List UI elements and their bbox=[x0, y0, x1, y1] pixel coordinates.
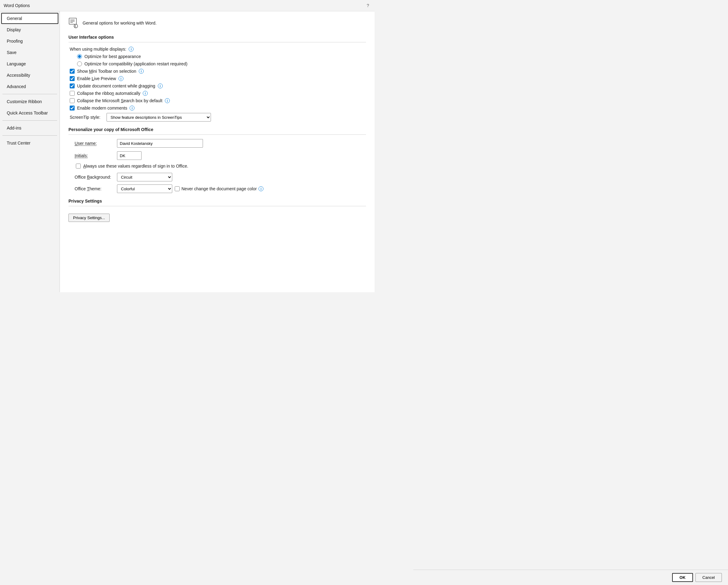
update-content-row: Update document content while dragging i bbox=[69, 83, 366, 88]
modern-comments-row: Enable modern comments i bbox=[69, 106, 366, 110]
screentip-dropdown[interactable]: Show feature descriptions in ScreenTips … bbox=[107, 113, 211, 122]
multiple-displays-info-icon[interactable]: i bbox=[129, 47, 134, 52]
collapse-search-label[interactable]: Collapse the Microsoft Search box by def… bbox=[77, 98, 162, 103]
ui-options-group: When using multiple displays: i Optimize… bbox=[69, 47, 366, 122]
personalize-title: Personalize your copy of Microsoft Offic… bbox=[69, 127, 366, 132]
update-content-label[interactable]: Update document content while dragging bbox=[77, 83, 155, 88]
office-theme-dropdown[interactable]: Colorful Dark Gray Black White bbox=[117, 184, 172, 193]
personalize-section: Personalize your copy of Microsoft Offic… bbox=[69, 127, 366, 193]
title-bar: Word Options ? bbox=[0, 0, 374, 11]
never-change-checkbox[interactable] bbox=[175, 186, 180, 191]
multiple-displays-row: When using multiple displays: i bbox=[69, 47, 366, 52]
privacy-settings-button[interactable]: Privacy Settings... bbox=[69, 214, 110, 222]
collapse-ribbon-info-icon[interactable]: i bbox=[143, 91, 148, 96]
username-input[interactable] bbox=[117, 139, 203, 148]
sidebar-item-trust-center[interactable]: Trust Center bbox=[1, 137, 58, 149]
never-change-label[interactable]: Never change the document page color bbox=[181, 186, 257, 191]
radio-best-appearance[interactable] bbox=[77, 54, 82, 59]
modern-comments-checkbox[interactable] bbox=[70, 106, 75, 110]
sidebar-item-general[interactable]: General bbox=[1, 13, 58, 24]
username-row: User name: bbox=[69, 139, 366, 148]
always-use-row: Always use these values regardless of si… bbox=[69, 164, 366, 168]
personalize-divider bbox=[69, 134, 366, 135]
never-change-row: Never change the document page color i bbox=[175, 186, 263, 191]
privacy-title: Privacy Settings bbox=[69, 198, 366, 204]
content-area: General options for working with Word. U… bbox=[60, 11, 374, 292]
radio-compatibility-label[interactable]: Optimize for compatibility (application … bbox=[84, 61, 187, 66]
initials-label: Initials: bbox=[75, 153, 114, 158]
office-background-row: Office Background: Circuit No Background… bbox=[69, 173, 366, 181]
ui-options-title: User Interface options bbox=[69, 35, 366, 39]
always-use-checkbox[interactable] bbox=[76, 164, 81, 168]
mini-toolbar-row: Show Mini Toolbar on selection i bbox=[69, 69, 366, 74]
modern-comments-info-icon[interactable]: i bbox=[130, 106, 134, 110]
office-theme-row: Office Theme: Colorful Dark Gray Black W… bbox=[69, 184, 366, 193]
sidebar-divider-3 bbox=[2, 135, 57, 136]
sidebar-item-add-ins[interactable]: Add-ins bbox=[1, 123, 58, 134]
multiple-displays-label: When using multiple displays: bbox=[70, 47, 126, 52]
live-preview-info-icon[interactable]: i bbox=[119, 76, 124, 81]
sidebar-item-display[interactable]: Display bbox=[1, 24, 58, 35]
radio-compatibility-row: Optimize for compatibility (application … bbox=[69, 61, 366, 66]
sidebar-item-proofing[interactable]: Proofing bbox=[1, 35, 58, 47]
collapse-search-row: Collapse the Microsoft Search box by def… bbox=[69, 98, 366, 103]
privacy-divider bbox=[69, 206, 366, 206]
sidebar: General Display Proofing Save Language A… bbox=[0, 11, 60, 292]
update-content-checkbox[interactable] bbox=[70, 83, 75, 88]
radio-best-appearance-row: Optimize for best appearance bbox=[69, 54, 366, 59]
sidebar-item-save[interactable]: Save bbox=[1, 47, 58, 58]
content-header: General options for working with Word. bbox=[69, 18, 366, 29]
svg-point-4 bbox=[74, 24, 78, 28]
sidebar-divider-1 bbox=[2, 94, 57, 94]
screentip-row: ScreenTip style: Show feature descriptio… bbox=[69, 113, 366, 122]
office-background-label: Office Background: bbox=[75, 175, 114, 180]
screentip-label: ScreenTip style: bbox=[70, 115, 103, 120]
collapse-search-info-icon[interactable]: i bbox=[165, 98, 170, 103]
initials-row: Initials: bbox=[69, 151, 366, 160]
mini-toolbar-info-icon[interactable]: i bbox=[139, 69, 144, 74]
modern-comments-label[interactable]: Enable modern comments bbox=[77, 106, 127, 110]
collapse-ribbon-label[interactable]: Collapse the ribbon automatically bbox=[77, 91, 140, 96]
sidebar-item-language[interactable]: Language bbox=[1, 58, 58, 69]
mini-toolbar-label[interactable]: Show Mini Toolbar on selection bbox=[77, 69, 136, 74]
help-button[interactable]: ? bbox=[365, 2, 371, 8]
privacy-section: Privacy Settings Privacy Settings... bbox=[69, 198, 366, 222]
office-background-dropdown[interactable]: Circuit No Background Clouds Dark Grey G… bbox=[117, 173, 172, 181]
mini-toolbar-checkbox[interactable] bbox=[70, 69, 75, 74]
content-header-text: General options for working with Word. bbox=[83, 21, 157, 25]
live-preview-label[interactable]: Enable Live Preview bbox=[77, 76, 116, 81]
collapse-search-checkbox[interactable] bbox=[70, 98, 75, 103]
dialog-title: Word Options bbox=[4, 3, 30, 8]
sidebar-item-customize-ribbon[interactable]: Customize Ribbon bbox=[1, 96, 58, 107]
sidebar-divider-2 bbox=[2, 120, 57, 121]
live-preview-checkbox[interactable] bbox=[70, 76, 75, 81]
sidebar-item-accessibility[interactable]: Accessibility bbox=[1, 70, 58, 81]
collapse-ribbon-checkbox[interactable] bbox=[70, 91, 75, 96]
update-content-info-icon[interactable]: i bbox=[158, 83, 163, 88]
radio-best-appearance-label[interactable]: Optimize for best appearance bbox=[84, 54, 141, 59]
collapse-ribbon-row: Collapse the ribbon automatically i bbox=[69, 91, 366, 96]
office-theme-label: Office Theme: bbox=[75, 186, 114, 191]
never-change-info-icon[interactable]: i bbox=[259, 186, 263, 191]
svg-point-5 bbox=[75, 25, 76, 26]
radio-compatibility[interactable] bbox=[77, 61, 82, 66]
sidebar-item-quick-access-toolbar[interactable]: Quick Access Toolbar bbox=[1, 107, 58, 118]
always-use-label[interactable]: Always use these values regardless of si… bbox=[83, 164, 188, 168]
main-layout: General Display Proofing Save Language A… bbox=[0, 11, 374, 292]
initials-input[interactable] bbox=[117, 151, 141, 160]
username-label: User name: bbox=[75, 141, 114, 146]
general-icon bbox=[69, 18, 80, 29]
sidebar-item-advanced[interactable]: Advanced bbox=[1, 81, 58, 92]
live-preview-row: Enable Live Preview i bbox=[69, 76, 366, 81]
